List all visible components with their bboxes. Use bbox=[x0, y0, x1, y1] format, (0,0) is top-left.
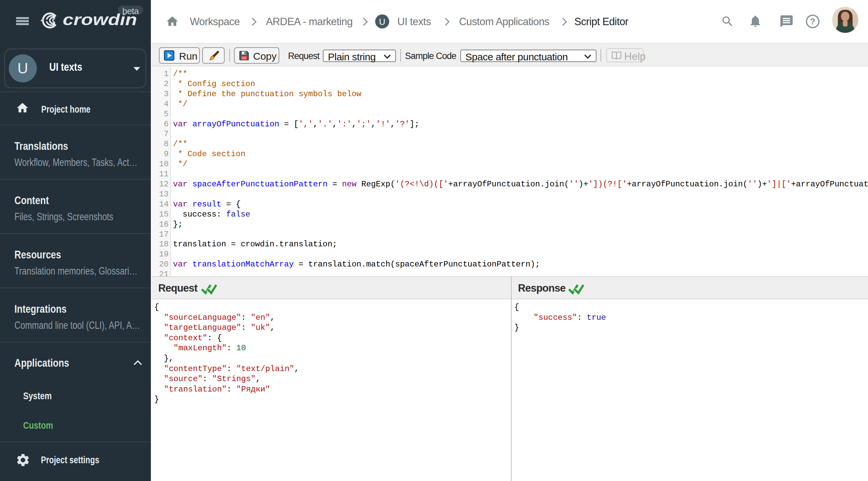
svg-text:?: ? bbox=[810, 17, 815, 27]
